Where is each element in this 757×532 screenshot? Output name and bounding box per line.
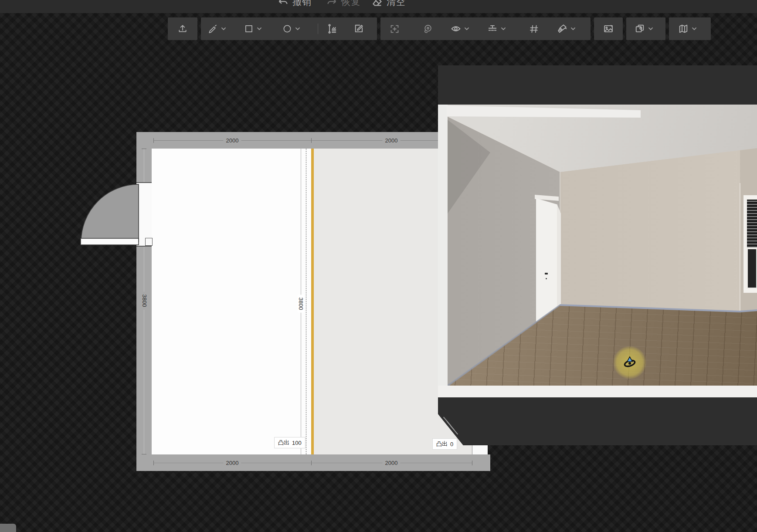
dim-label-top-left[interactable]: 2000 [224, 137, 241, 144]
dimension-button[interactable] [326, 17, 338, 40]
undo-icon [277, 0, 289, 8]
fit-view-icon [389, 24, 400, 34]
protrude-right-chip[interactable]: 凸出 0 [432, 438, 457, 450]
redo-button[interactable]: 恢复 [326, 0, 360, 10]
fit-view-button[interactable] [389, 17, 400, 40]
image-icon [603, 23, 614, 34]
dim-line-bottom [153, 463, 472, 463]
duplicate-icon [634, 23, 645, 34]
toolbar-group-duplicate [626, 17, 665, 40]
render-door-handle [545, 273, 548, 274]
protrude-left-label: 凸出 [278, 439, 289, 447]
render-radiator-body [747, 248, 757, 288]
toolbar-separator [318, 24, 318, 34]
map-icon [678, 23, 689, 34]
render-radiator-slats [747, 200, 757, 247]
chevron-down-icon [465, 27, 469, 30]
dim-tick [142, 149, 146, 149]
draw-rect-button[interactable] [244, 17, 261, 40]
protrude-left-value[interactable]: 100 [292, 440, 302, 446]
chevron-down-icon [295, 27, 300, 30]
render-corner-line [740, 183, 740, 312]
chevron-down-icon [571, 27, 575, 30]
upload-icon [177, 24, 188, 34]
chevron-down-icon [648, 27, 653, 30]
dim-line-top [153, 140, 472, 141]
room-left[interactable] [152, 149, 312, 454]
dim-label-bottom-left[interactable]: 2000 [224, 460, 241, 466]
toolbar-group-map [669, 17, 711, 40]
undo-label: 撤销 [292, 0, 312, 8]
redo-icon [326, 0, 338, 8]
3d-panel-header[interactable] [438, 65, 757, 105]
app-canvas[interactable]: 撤销 恢复 清空 [0, 0, 757, 532]
toolbar-group-upload [168, 17, 197, 40]
corner-widget[interactable] [0, 524, 16, 532]
door-arc [81, 184, 139, 242]
draw-rect-icon [244, 24, 254, 34]
undo-button[interactable]: 撤销 [277, 0, 312, 10]
draw-circle-icon [282, 24, 292, 34]
visibility-icon [450, 23, 462, 34]
chevron-down-icon [257, 27, 261, 30]
grid-icon [529, 24, 540, 34]
format-brush-button[interactable] [557, 17, 575, 40]
3d-preview-panel[interactable] [438, 65, 757, 445]
draw-wall-button[interactable] [208, 17, 226, 40]
map-button[interactable] [678, 17, 696, 40]
upload-button[interactable] [177, 17, 188, 40]
dim-label-left-wall[interactable]: 3800 [141, 292, 148, 310]
draw-circle-button[interactable] [282, 17, 300, 40]
dim-tick [153, 138, 154, 143]
measure-tape-icon [422, 24, 433, 34]
chevron-down-icon [692, 27, 696, 30]
dim-tick [472, 461, 472, 465]
draw-region-icon [353, 23, 365, 34]
visibility-button[interactable] [450, 17, 469, 40]
chevron-down-icon [221, 27, 226, 30]
dimension-icon [326, 23, 338, 34]
dim-tick [311, 461, 312, 465]
protrude-right-label: 凸出 [436, 440, 448, 448]
dim-label-divider[interactable]: 3800 [298, 295, 304, 313]
dim-label-top-right[interactable]: 2000 [383, 137, 401, 144]
toolbar-group-image [594, 17, 623, 40]
render-cut-wall-left [438, 105, 448, 386]
eraser-icon [371, 0, 383, 8]
redo-label: 恢复 [341, 0, 360, 8]
format-brush-icon [557, 23, 568, 34]
chevron-down-icon [501, 27, 506, 30]
level-align-button[interactable] [487, 17, 506, 40]
toolbar-group-view [380, 17, 591, 40]
dim-tick [311, 138, 312, 143]
clear-button[interactable]: 清空 [371, 0, 406, 10]
protrude-left-chip[interactable]: 凸出 100 [274, 437, 306, 448]
duplicate-button[interactable] [634, 17, 653, 40]
protrude-right-value[interactable]: 0 [450, 441, 453, 447]
draw-wall-icon [208, 24, 218, 34]
toolbar-group-draw [201, 17, 377, 40]
draw-region-button[interactable] [353, 17, 365, 40]
door-swing[interactable] [80, 181, 154, 247]
measure-tape-button[interactable] [422, 17, 433, 40]
level-align-icon [487, 23, 498, 34]
divider-dashed-axis[interactable] [306, 149, 306, 454]
dim-tick [153, 461, 154, 465]
3d-viewport[interactable] [438, 105, 757, 386]
grid-button[interactable] [529, 17, 540, 40]
image-button[interactable] [603, 17, 614, 40]
dim-tick [142, 454, 146, 454]
render-cut-wall-bottom [438, 386, 757, 397]
dim-label-bottom-right[interactable]: 2000 [383, 460, 401, 466]
clear-label: 清空 [387, 0, 406, 8]
divider-selected-wall[interactable] [311, 149, 314, 454]
3d-panel-footer [438, 397, 757, 445]
render-door-lock [546, 278, 547, 279]
door-leaf[interactable] [81, 238, 139, 245]
